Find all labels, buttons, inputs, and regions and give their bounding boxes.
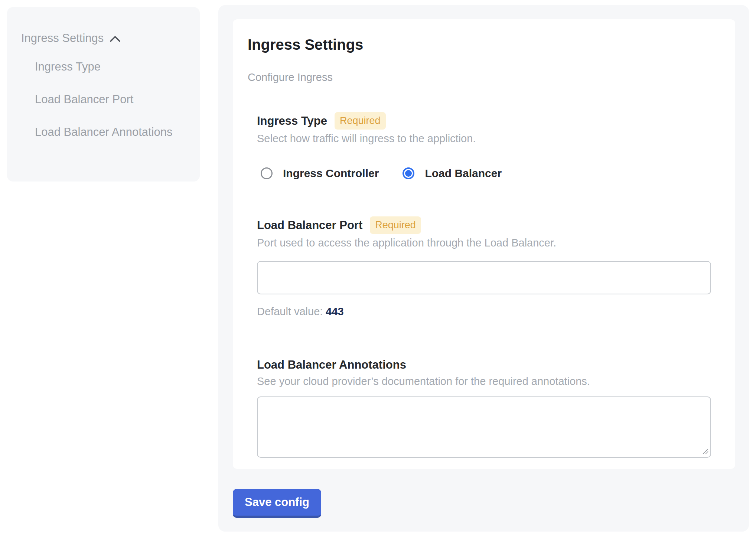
field-title-ingress-type: Ingress Type bbox=[257, 114, 327, 128]
load-balancer-annotations-textarea[interactable] bbox=[257, 396, 711, 458]
sidebar-nav: Ingress Type Load Balancer Port Load Bal… bbox=[21, 56, 183, 143]
page-title: Ingress Settings bbox=[248, 36, 735, 53]
radio-label: Load Balancer bbox=[425, 166, 502, 181]
radio-option-load-balancer[interactable]: Load Balancer bbox=[403, 166, 502, 181]
field-title-load-balancer-annotations: Load Balancer Annotations bbox=[257, 357, 406, 372]
field-title-load-balancer-port: Load Balancer Port bbox=[257, 218, 362, 233]
main-panel: Ingress Settings Configure Ingress Ingre… bbox=[218, 5, 749, 532]
default-value: 443 bbox=[326, 306, 343, 317]
default-value-line: Default value:443 bbox=[257, 305, 711, 318]
field-description: Port used to access the application thro… bbox=[257, 236, 711, 249]
sidebar-group-label: Ingress Settings bbox=[21, 31, 104, 46]
page-subtitle: Configure Ingress bbox=[248, 71, 735, 84]
field-ingress-type: Ingress Type Required Select how traffic… bbox=[257, 112, 711, 181]
load-balancer-port-input[interactable] bbox=[257, 261, 711, 294]
radio-label: Ingress Controller bbox=[283, 166, 379, 181]
required-badge: Required bbox=[370, 216, 421, 234]
default-value-label: Default value: bbox=[257, 306, 323, 317]
sidebar-group-ingress-settings[interactable]: Ingress Settings bbox=[21, 31, 183, 46]
sidebar-item-ingress-type[interactable]: Ingress Type bbox=[35, 56, 183, 78]
save-config-button[interactable]: Save config bbox=[233, 489, 321, 518]
field-load-balancer-annotations: Load Balancer Annotations See your cloud… bbox=[257, 357, 711, 458]
ingress-settings-card: Ingress Settings Configure Ingress Ingre… bbox=[233, 19, 735, 469]
required-badge: Required bbox=[335, 112, 386, 130]
radio-circle[interactable] bbox=[403, 167, 414, 179]
field-description: See your cloud provider’s documentation … bbox=[257, 375, 711, 388]
radio-option-ingress-controller[interactable]: Ingress Controller bbox=[261, 166, 379, 181]
chevron-up-icon bbox=[110, 36, 121, 42]
radio-circle[interactable] bbox=[261, 167, 273, 179]
ingress-type-radio-group: Ingress Controller Load Balancer bbox=[257, 166, 711, 181]
sidebar-item-load-balancer-port[interactable]: Load Balancer Port bbox=[35, 89, 183, 110]
sidebar-item-load-balancer-annotations[interactable]: Load Balancer Annotations bbox=[35, 121, 183, 143]
sidebar: Ingress Settings Ingress Type Load Balan… bbox=[7, 7, 200, 182]
field-description: Select how traffic will ingress to the a… bbox=[257, 132, 711, 145]
resize-grip-icon[interactable] bbox=[702, 448, 709, 455]
field-load-balancer-port: Load Balancer Port Required Port used to… bbox=[257, 216, 711, 318]
